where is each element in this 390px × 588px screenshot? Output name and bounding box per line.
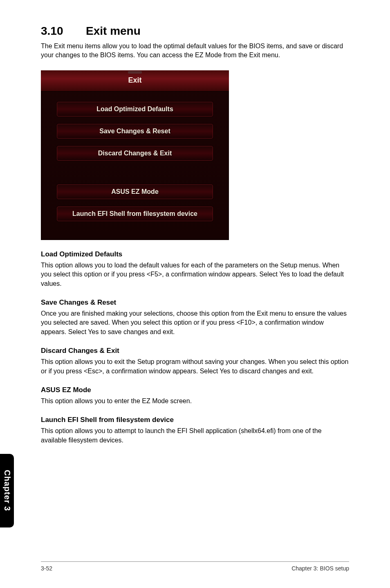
subsection-text: This option allows you to load the defau… xyxy=(41,261,349,288)
subsection-heading: Save Changes & Reset xyxy=(41,298,349,307)
section-intro: The Exit menu items allow you to load th… xyxy=(41,42,349,60)
subsection-heading: ASUS EZ Mode xyxy=(41,386,349,394)
asus-ez-mode-button[interactable]: ASUS EZ Mode xyxy=(57,184,213,199)
load-optimized-defaults-button[interactable]: Load Optimized Defaults xyxy=(57,102,213,117)
section-heading: Exit menu xyxy=(86,25,141,37)
discard-changes-exit-button[interactable]: Discard Changes & Exit xyxy=(57,146,213,161)
bios-panel-header: Exit xyxy=(41,70,229,92)
subsection-text: This option allows you to attempt to lau… xyxy=(41,426,349,445)
save-changes-reset-button[interactable]: Save Changes & Reset xyxy=(57,124,213,139)
chapter-side-label: Chapter 3 xyxy=(2,470,12,511)
page-footer: 3-52 Chapter 3: BIOS setup xyxy=(41,561,349,572)
chapter-side-tab: Chapter 3 xyxy=(0,454,14,527)
footer-chapter-label: Chapter 3: BIOS setup xyxy=(291,565,349,572)
subsection-text: This option allows you to exit the Setup… xyxy=(41,357,349,376)
subsection-heading: Discard Changes & Exit xyxy=(41,347,349,355)
subsection-heading: Launch EFI Shell from filesystem device xyxy=(41,416,349,424)
footer-page-number: 3-52 xyxy=(41,565,52,572)
bios-exit-panel: Exit Load Optimized Defaults Save Change… xyxy=(41,70,229,240)
section-number: 3.10 xyxy=(41,25,86,38)
subsection-text: Once you are finished making your select… xyxy=(41,309,349,337)
launch-efi-shell-button[interactable]: Launch EFI Shell from filesystem device xyxy=(57,206,213,221)
section-title: 3.10Exit menu xyxy=(41,25,349,38)
subsection-text: This option allows you to enter the EZ M… xyxy=(41,397,349,406)
bios-panel-body: Load Optimized Defaults Save Changes & R… xyxy=(41,92,229,233)
subsection-heading: Load Optimized Defaults xyxy=(41,250,349,258)
